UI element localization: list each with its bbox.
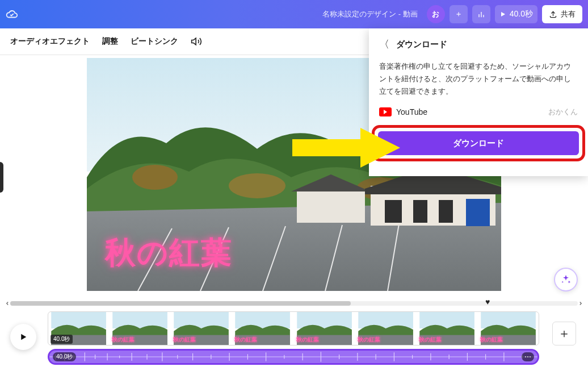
timeline-play-button[interactable] <box>10 324 36 350</box>
audio-track[interactable]: 40.0秒 ⋯ <box>48 349 539 365</box>
svg-marker-3 <box>501 12 505 16</box>
svg-rect-23 <box>466 199 490 226</box>
play-duration-button[interactable]: 40.0秒 <box>495 5 537 23</box>
duration-label: 40.0秒 <box>510 9 533 19</box>
thumb-overlay-text: 秋の紅葉 <box>173 336 196 344</box>
bar-chart-icon <box>477 10 486 19</box>
timeline: 40.0秒 秋の紅葉 秋の紅葉 秋の紅葉 秋の紅葉 秋の紅葉 秋の紅葉 秋の紅葉… <box>0 307 588 379</box>
download-panel-header: 〈 ダウンロード <box>369 28 588 57</box>
thumb-overlay-text: 秋の紅葉 <box>112 336 135 344</box>
speaker-icon[interactable] <box>191 36 202 47</box>
svg-rect-25 <box>51 312 106 328</box>
cloud-saved-icon <box>6 8 18 20</box>
tab-adjust[interactable]: 調整 <box>102 36 118 47</box>
youtube-username: おかくん <box>548 107 578 117</box>
timeline-playhead-marker[interactable]: ♥ <box>485 297 490 306</box>
annotation-arrow <box>292 128 400 168</box>
top-bar-left <box>6 8 18 20</box>
download-panel-title: ダウンロード <box>396 39 447 50</box>
download-description: 音楽著作権の申し立てを回避するため、ソーシャルアカウントを紐付けると、次のプラッ… <box>369 57 588 103</box>
share-button[interactable]: 共有 <box>542 5 582 23</box>
download-button-label: ダウンロード <box>453 138 504 149</box>
design-title[interactable]: 名称未設定のデザイン - 動画 <box>322 9 418 19</box>
thumb-overlay-text: 秋の紅葉 <box>480 336 503 344</box>
thumb-overlay-text: 秋の紅葉 <box>419 336 442 344</box>
chevron-left-icon[interactable] <box>5 301 10 306</box>
youtube-label: YouTube <box>396 107 427 116</box>
svg-marker-73 <box>360 128 400 168</box>
timeline-controls <box>7 311 40 376</box>
canvas-overlay-text: 秋の紅葉 <box>105 232 233 274</box>
add-page-button[interactable]: ＋ <box>552 322 576 345</box>
download-panel: 〈 ダウンロード 音楽著作権の申し立てを回避するため、ソーシャルアカウントを紐付… <box>369 28 588 176</box>
svg-rect-35 <box>358 312 413 328</box>
audio-duration: 40.0秒 <box>53 352 76 361</box>
top-bar: 名称未設定のデザイン - 動画 お ＋ 40.0秒 共有 <box>0 0 588 28</box>
youtube-icon <box>379 107 392 116</box>
svg-rect-22 <box>439 200 453 223</box>
svg-rect-33 <box>297 312 352 328</box>
scrollbar-thumb[interactable] <box>10 301 351 306</box>
ai-assistant-button[interactable] <box>554 268 578 291</box>
svg-rect-20 <box>385 200 402 223</box>
svg-rect-72 <box>292 139 360 156</box>
svg-point-7 <box>132 165 178 190</box>
thumb-overlay-text: 秋の紅葉 <box>358 336 380 344</box>
thumb-overlay-text: 秋の紅葉 <box>296 336 319 344</box>
avatar[interactable]: お <box>427 5 445 23</box>
svg-rect-27 <box>112 312 167 328</box>
chevron-right-icon[interactable] <box>578 301 583 306</box>
timeline-tracks: 40.0秒 秋の紅葉 秋の紅葉 秋の紅葉 秋の紅葉 秋の紅葉 秋の紅葉 秋の紅葉… <box>48 311 539 376</box>
scrollbar-track[interactable] <box>10 301 578 306</box>
svg-rect-39 <box>481 312 536 328</box>
thumb-overlay-text: 秋の紅葉 <box>234 336 257 344</box>
avatar-letter: お <box>432 9 439 19</box>
video-thumb[interactable]: 秋の紅葉 <box>355 312 417 345</box>
tab-audio-effect[interactable]: オーディオエフェクト <box>10 36 90 47</box>
video-track[interactable]: 40.0秒 秋の紅葉 秋の紅葉 秋の紅葉 秋の紅葉 秋の紅葉 秋の紅葉 秋の紅葉 <box>48 311 539 345</box>
video-thumb[interactable]: 秋の紅葉 <box>232 312 293 345</box>
video-thumb[interactable]: 秋の紅葉 <box>478 312 539 345</box>
timeline-right: ＋ <box>547 311 581 376</box>
svg-rect-31 <box>236 312 291 328</box>
back-button[interactable]: 〈 <box>379 38 389 51</box>
svg-rect-37 <box>419 312 474 328</box>
play-icon <box>18 332 28 342</box>
canvas-horizontal-scrollbar[interactable] <box>0 299 588 307</box>
audio-waveform <box>49 351 537 363</box>
thumb-duration: 40.0秒 <box>51 335 73 344</box>
video-thumb[interactable]: 秋の紅葉 <box>417 312 478 345</box>
top-bar-right: 名称未設定のデザイン - 動画 お ＋ 40.0秒 共有 <box>322 5 582 23</box>
svg-marker-24 <box>21 334 26 340</box>
analytics-button[interactable] <box>472 5 490 23</box>
video-thumb[interactable]: 40.0秒 <box>48 312 110 345</box>
video-thumb[interactable]: 秋の紅葉 <box>294 312 355 345</box>
audio-more-button[interactable]: ⋯ <box>522 352 534 361</box>
sparkle-icon <box>560 274 572 285</box>
youtube-left: YouTube <box>379 107 427 116</box>
download-button[interactable]: ダウンロード <box>378 131 579 155</box>
add-button[interactable]: ＋ <box>450 5 468 23</box>
side-panel-handle[interactable] <box>0 162 3 193</box>
annotation-highlight-box: ダウンロード <box>372 125 585 161</box>
upload-icon <box>549 10 557 19</box>
tab-beatsync[interactable]: ビートシンク <box>131 36 178 47</box>
play-icon <box>499 11 506 18</box>
svg-marker-5 <box>192 38 196 45</box>
share-label: 共有 <box>561 9 576 19</box>
youtube-row[interactable]: YouTube おかくん <box>369 103 588 125</box>
svg-rect-16 <box>297 191 365 223</box>
svg-rect-29 <box>174 312 229 328</box>
svg-point-8 <box>229 173 285 198</box>
video-thumb[interactable]: 秋の紅葉 <box>171 312 232 345</box>
video-thumb[interactable]: 秋の紅葉 <box>110 312 171 345</box>
svg-rect-21 <box>413 200 427 223</box>
